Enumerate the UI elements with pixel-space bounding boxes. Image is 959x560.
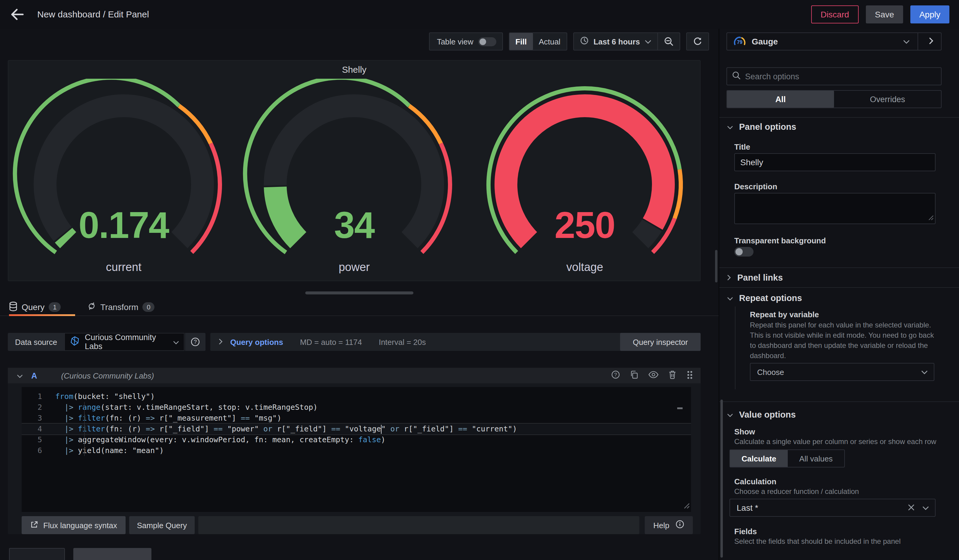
apply-button[interactable]: Apply (910, 5, 949, 24)
section-repeat-options[interactable]: Repeat options (727, 293, 802, 303)
repeat-variable-select[interactable]: Choose (750, 363, 934, 381)
panel-title-input[interactable] (734, 153, 935, 171)
svg-text:?: ? (614, 372, 617, 378)
tab-overrides[interactable]: Overrides (834, 91, 941, 108)
chevron-down-icon (727, 122, 733, 131)
textarea-resize-icon[interactable] (928, 213, 934, 222)
chevron-down-icon (173, 337, 179, 347)
actual-button[interactable]: Actual (533, 33, 566, 50)
code-line[interactable]: 2 |> range(start: v.timeRangeStart, stop… (22, 402, 691, 413)
discard-button[interactable]: Discard (811, 5, 859, 24)
options-filter-tabs: All Overrides (726, 90, 941, 108)
svg-text:?: ? (194, 339, 197, 345)
grafana-edit-panel: New dashboard / Edit Panel Discard Save … (0, 0, 959, 560)
panel-options-title: Panel options (739, 122, 796, 132)
section-value-options[interactable]: Value options (727, 410, 796, 419)
query-footer: Flux language syntax Sample Query Help (22, 516, 693, 534)
code-lines: 1from(bucket: "shelly")2 |> range(start:… (22, 391, 691, 456)
options-panel: 79 Gauge All Overrides (718, 29, 959, 560)
section-panel-options[interactable]: Panel options (727, 122, 796, 132)
save-button[interactable]: Save (866, 5, 903, 24)
duplicate-icon[interactable] (630, 370, 639, 381)
help-circle-icon[interactable]: ? (611, 370, 620, 381)
table-view-label: Table view (430, 37, 478, 46)
add-expression-button-partial[interactable] (73, 548, 151, 560)
fill-button[interactable]: Fill (510, 33, 533, 50)
tab-query[interactable]: Query 1 (9, 298, 61, 316)
datasource-label: Data source (8, 333, 64, 351)
drag-grip-icon[interactable] (686, 370, 693, 381)
tab-query-badge: 1 (49, 302, 61, 312)
trash-icon[interactable] (668, 370, 677, 381)
value-options-title: Value options (739, 410, 796, 419)
tab-all[interactable]: All (727, 91, 834, 108)
code-line[interactable]: 1from(bucket: "shelly") (22, 391, 691, 402)
tab-transform-label: Transform (100, 302, 139, 312)
title-label: Title (734, 142, 750, 151)
viz-name: Gauge (752, 37, 778, 46)
clock-icon (580, 36, 589, 47)
sample-query-button[interactable]: Sample Query (129, 516, 195, 534)
options-search[interactable] (726, 67, 941, 85)
editor-resize-handle[interactable] (684, 502, 690, 511)
database-icon (9, 301, 18, 313)
chevron-down-icon (645, 37, 652, 46)
description-textarea[interactable] (734, 193, 935, 224)
influxdb-icon (70, 336, 80, 348)
eye-icon[interactable] (648, 371, 659, 380)
help-label: Help (653, 521, 670, 530)
show-description: Calculate a single value per column or s… (734, 437, 936, 447)
section-panel-links[interactable]: Panel links (727, 273, 783, 282)
tab-transform-badge: 0 (143, 302, 155, 312)
tab-transform[interactable]: Transform 0 (87, 298, 155, 316)
panel-resize-handle[interactable] (305, 291, 413, 294)
fields-description: Select the fields that should be include… (734, 536, 901, 547)
flux-code-editor[interactable]: 1from(bucket: "shelly")2 |> range(start:… (22, 387, 691, 512)
datasource-name: Curious Community Labs (85, 333, 168, 351)
repeat-description: Repeat this panel for each value in the … (750, 320, 936, 361)
query-row-actions: ? (611, 368, 693, 383)
visualization-picker[interactable]: 79 Gauge (726, 32, 941, 51)
time-range-group: Last 6 hours (573, 32, 680, 51)
query-row-header[interactable]: A (Curious Community Labs) ? (8, 368, 701, 383)
time-range-picker[interactable]: Last 6 hours (573, 33, 657, 50)
main-scrollbar-thumb[interactable] (715, 250, 717, 282)
refresh-button[interactable] (687, 33, 709, 50)
gauge-label-power: power (239, 261, 469, 274)
calculation-select[interactable]: Last * (730, 499, 935, 517)
code-line[interactable]: 4 |> filter(fn: (r) => r["_field"] == "p… (22, 423, 691, 434)
transparent-bg-toggle[interactable] (734, 247, 754, 256)
code-line[interactable]: 6 |> yield(name: "mean") (22, 445, 691, 456)
calculation-value: Last * (737, 503, 758, 512)
all-values-option[interactable]: All values (788, 450, 844, 467)
time-range-label: Last 6 hours (593, 37, 640, 46)
overview-ruler-mark (677, 407, 683, 409)
help-button[interactable]: Help (645, 516, 693, 534)
query-inspector-button[interactable]: Query inspector (620, 333, 701, 351)
code-line[interactable]: 5 |> aggregateWindow(every: v.windowPeri… (22, 434, 691, 445)
add-query-button-partial[interactable] (9, 548, 65, 560)
options-search-input[interactable] (745, 72, 936, 81)
gauges-row: 0.174 current 34 power 250 voltage (8, 79, 700, 282)
back-arrow-icon[interactable] (10, 7, 25, 22)
chevron-down-icon (727, 410, 733, 419)
table-view-toggle[interactable] (478, 37, 496, 46)
code-line[interactable]: 3 |> filter(fn: (r) => r["_measurement"]… (22, 413, 691, 423)
flux-syntax-button[interactable]: Flux language syntax (22, 516, 126, 534)
collapse-pane-icon[interactable] (929, 37, 934, 46)
show-mode-toggle: Calculate All values (730, 449, 845, 468)
query-options-link[interactable]: Query options (230, 337, 283, 347)
repeat-options-title: Repeat options (739, 293, 802, 303)
chevron-right-icon[interactable] (219, 337, 223, 347)
datasource-select[interactable]: Curious Community Labs (64, 333, 185, 351)
clear-icon[interactable] (908, 503, 914, 512)
query-options-strip: Query options MD = auto = 1174 Interval … (210, 333, 685, 351)
zoom-out-button[interactable] (658, 33, 680, 50)
collapse-chevron-icon[interactable] (17, 371, 23, 380)
datasource-help-icon[interactable]: ? (185, 333, 206, 351)
repeat-by-variable-label: Repeat by variable (750, 310, 819, 319)
calculate-option[interactable]: Calculate (730, 450, 788, 467)
page-title: New dashboard / Edit Panel (37, 0, 149, 29)
options-scrollbar-thumb[interactable] (720, 399, 723, 558)
gauge-panel[interactable]: Shelly 0.174 current 34 power 250 voltag… (8, 60, 701, 281)
